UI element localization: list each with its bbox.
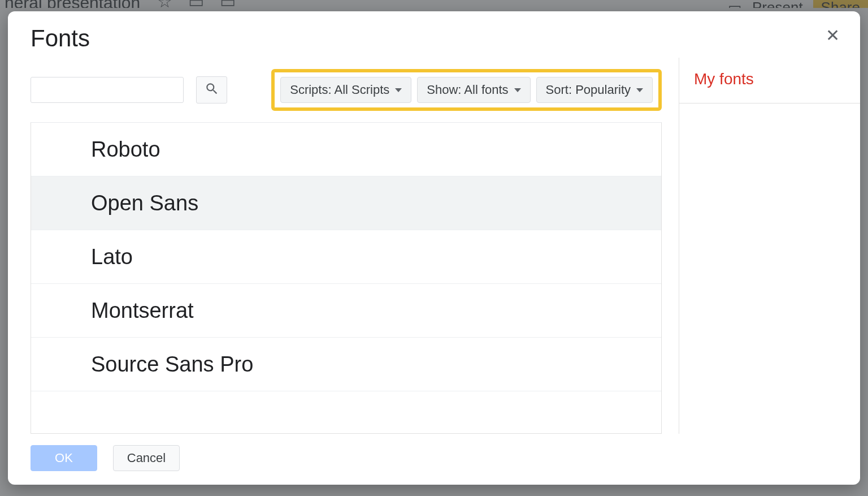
search-button[interactable] bbox=[196, 76, 227, 103]
chevron-down-icon bbox=[395, 88, 402, 92]
font-name: Montserrat bbox=[91, 299, 194, 323]
fonts-dialog: Fonts ✕ Scripts: All Scripts bbox=[8, 11, 860, 485]
scripts-dropdown[interactable]: Scripts: All Scripts bbox=[280, 77, 411, 103]
my-fonts-panel: My fonts bbox=[679, 58, 860, 434]
filter-highlight: Scripts: All Scripts Show: All fonts Sor… bbox=[271, 69, 662, 111]
show-dropdown[interactable]: Show: All fonts bbox=[417, 77, 530, 103]
ok-button[interactable]: OK bbox=[31, 445, 97, 471]
scripts-label: Scripts: All Scripts bbox=[290, 83, 389, 97]
my-fonts-title: My fonts bbox=[694, 70, 860, 88]
fonts-left-panel: Scripts: All Scripts Show: All fonts Sor… bbox=[8, 58, 679, 434]
font-name: Open Sans bbox=[91, 191, 198, 215]
chevron-down-icon bbox=[514, 88, 521, 92]
font-item[interactable]: Roboto bbox=[31, 123, 661, 176]
dialog-body: Scripts: All Scripts Show: All fonts Sor… bbox=[8, 58, 860, 434]
controls-row: Scripts: All Scripts Show: All fonts Sor… bbox=[31, 58, 679, 119]
show-label: Show: All fonts bbox=[427, 83, 508, 97]
font-name: Source Sans Pro bbox=[91, 352, 253, 377]
dialog-header: Fonts ✕ bbox=[8, 11, 860, 58]
search-icon bbox=[205, 81, 219, 98]
cancel-button[interactable]: Cancel bbox=[113, 445, 180, 471]
font-search-input[interactable] bbox=[31, 77, 184, 103]
sort-dropdown[interactable]: Sort: Popularity bbox=[536, 77, 653, 103]
font-name: Roboto bbox=[91, 137, 160, 162]
font-item[interactable]: Open Sans bbox=[31, 176, 661, 230]
font-item[interactable]: Montserrat bbox=[31, 284, 661, 338]
dialog-footer: OK Cancel bbox=[8, 434, 860, 485]
chevron-down-icon bbox=[636, 88, 643, 92]
dialog-title: Fonts bbox=[31, 25, 837, 52]
font-list[interactable]: RobotoOpen SansLatoMontserratSource Sans… bbox=[31, 123, 661, 433]
close-icon[interactable]: ✕ bbox=[826, 27, 840, 44]
font-list-container: RobotoOpen SansLatoMontserratSource Sans… bbox=[31, 122, 662, 434]
font-item[interactable]: Source Sans Pro bbox=[31, 338, 661, 391]
font-name: Lato bbox=[91, 245, 133, 269]
divider bbox=[679, 103, 860, 103]
sort-label: Sort: Popularity bbox=[546, 83, 631, 97]
font-item[interactable]: Lato bbox=[31, 230, 661, 284]
